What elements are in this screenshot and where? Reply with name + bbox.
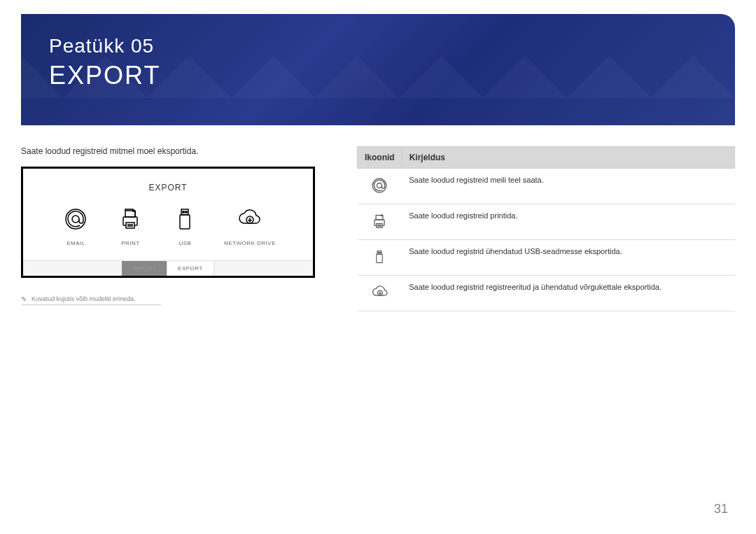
network-drive-label: NETWORK DRIVE [224,240,276,246]
page-number: 31 [714,502,728,517]
svg-rect-22 [379,252,379,253]
disclaimer-divider [21,304,161,305]
cloud-download-icon [234,203,265,234]
svg-rect-17 [377,224,382,228]
svg-rect-21 [377,254,382,262]
table-header-description: Kirjeldus [402,147,734,169]
usb-label: USB [178,240,191,246]
svg-rect-10 [186,211,187,213]
icons-description-table: Ikoonid Kirjeldus [357,146,735,311]
svg-point-1 [72,216,79,223]
chapter-title: EXPORT [49,61,707,90]
export-panel-title: EXPORT [23,183,313,192]
export-option-email: EMAIL [60,203,92,246]
email-label: EMAIL [66,240,85,246]
printer-icon [370,211,389,231]
email-at-icon [60,203,92,234]
export-option-network: NETWORK DRIVE [224,203,276,246]
tab-import: IMPORT [122,261,167,276]
intro-text: Saate loodud registreid mitmel moel eksp… [21,146,315,156]
svg-rect-4 [126,223,134,228]
table-row: Saate loodud registrid registreeritud ja… [358,276,735,311]
svg-point-13 [373,178,387,192]
table-row: Saate loodud registreid printida. [358,204,735,240]
usb-icon [370,247,389,267]
disclaimer-text: Kuvatud kujutis võib mudeliti erineda. [21,295,315,302]
chapter-label: Peatükk 05 [49,35,707,57]
export-option-usb: USB [169,203,201,246]
tab-export: EXPORT [167,261,214,276]
row-description: Saate loodud registrid ühendatud USB-sea… [402,240,734,276]
chapter-header: Peatükk 05 EXPORT [21,14,735,125]
table-row: Saate loodud registreid meili teel saata… [358,169,735,204]
usb-icon [169,203,201,234]
cloud-download-icon [370,283,389,302]
email-at-icon [370,176,389,195]
svg-rect-9 [183,211,184,213]
row-description: Saate loodud registreid meili teel saata… [402,169,734,204]
printer-icon [115,203,146,234]
export-tabs: IMPORT EXPORT [23,260,313,276]
row-description: Saate loodud registrid registreeritud ja… [402,276,734,311]
svg-point-14 [377,183,382,188]
svg-rect-23 [380,252,381,253]
svg-rect-8 [180,215,190,229]
row-description: Saate loodud registreid printida. [402,204,734,240]
export-panel-screenshot: EXPORT EMAIL [21,167,315,278]
table-row: Saate loodud registrid ühendatud USB-sea… [358,240,735,276]
table-header-icons: Ikoonid [358,147,402,169]
svg-point-0 [66,209,85,229]
print-label: PRINT [121,240,140,246]
export-option-print: PRINT [115,203,146,246]
